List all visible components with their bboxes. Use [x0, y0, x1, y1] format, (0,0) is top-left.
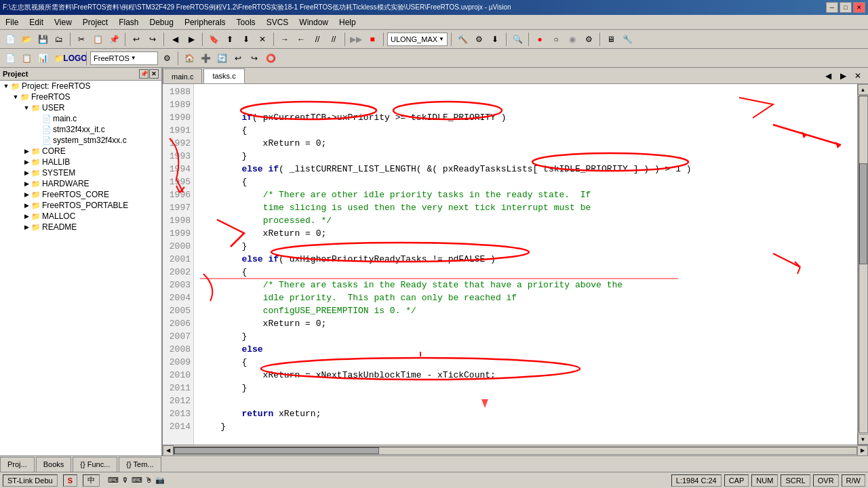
tree-item-freertos-core[interactable]: ▶ 📁 FreeRTOS_CORE — [0, 189, 161, 200]
t2-icon1[interactable]: 📄 — [3, 51, 18, 66]
uncomment-icon[interactable]: // — [326, 32, 341, 47]
menu-flash[interactable]: Flash — [113, 15, 144, 29]
menu-file[interactable]: File — [0, 15, 24, 29]
toggle-system-icon: ▶ — [22, 168, 31, 178]
window-controls: ─ □ ✕ — [826, 2, 865, 13]
t2-icon2[interactable]: 📋 — [19, 51, 34, 66]
minimize-button[interactable]: ─ — [826, 2, 838, 13]
t2-icon7[interactable]: 🏠 — [182, 51, 197, 66]
search-icon[interactable]: 🔍 — [510, 32, 525, 47]
menu-help[interactable]: Help — [334, 15, 361, 29]
menu-debug[interactable]: Debug — [144, 15, 179, 29]
open-icon[interactable]: 📂 — [19, 32, 34, 47]
menu-svcs[interactable]: SVCS — [261, 15, 294, 29]
paste-icon[interactable]: 📌 — [106, 32, 121, 47]
sep6 — [344, 33, 345, 46]
toggle-freertos-core-icon: ▶ — [22, 190, 31, 199]
project-dropdown[interactable]: FreeRTOS ▼ — [90, 52, 158, 65]
tree-item-freertos-portable[interactable]: ▶ 📁 FreeRTOS_PORTABLE — [0, 200, 161, 211]
vscroll-thumb[interactable] — [859, 163, 867, 264]
unindent-icon[interactable]: ← — [294, 32, 309, 47]
hscroll-right-button[interactable]: ▶ — [857, 445, 868, 456]
t2-icon11[interactable]: ↪ — [247, 51, 262, 66]
t2-icon9[interactable]: 🔄 — [214, 51, 229, 66]
rebuild-icon[interactable]: ⚙ — [471, 32, 486, 47]
bottom-tab-books[interactable]: Books — [36, 457, 72, 472]
tab-close-icon[interactable]: ✕ — [850, 68, 865, 83]
vertical-scrollbar[interactable]: ▲ ▼ — [857, 84, 868, 445]
tree-item-user[interactable]: ▼ 📁 USER — [0, 102, 161, 113]
debug-stop-icon[interactable]: ◉ — [565, 32, 580, 47]
prev-bookmark-icon[interactable]: ⬆ — [222, 32, 237, 47]
save-all-icon[interactable]: 🗂 — [52, 32, 66, 47]
t2-icon12[interactable]: ⭕ — [263, 51, 278, 66]
horizontal-scrollbar[interactable]: ◀ ▶ — [163, 445, 868, 455]
t2-icon5[interactable]: LOGO — [68, 51, 83, 66]
vscroll-down-button[interactable]: ▼ — [858, 434, 869, 445]
hscroll-left-button[interactable]: ◀ — [163, 445, 174, 456]
new-file-icon[interactable]: 📄 — [3, 32, 18, 47]
vscroll-up-button[interactable]: ▲ — [858, 84, 869, 95]
tree-item-project[interactable]: ▼ 📁 Project: FreeRTOS — [0, 81, 161, 92]
menu-peripherals[interactable]: Peripherals — [179, 15, 231, 29]
debug-settings-icon[interactable]: ⚙ — [581, 32, 596, 47]
panel-title: Project — [3, 70, 28, 78]
menu-window[interactable]: Window — [294, 15, 334, 29]
menu-tools[interactable]: Tools — [231, 15, 261, 29]
debug-run-icon[interactable]: ○ — [549, 32, 564, 47]
forward-icon[interactable]: ▶ — [184, 32, 199, 47]
bottom-tab-tem[interactable]: {} Tem... — [119, 457, 161, 472]
code-content[interactable]: if( pxCurrentTCB->uxPriority >= tskIDLE_… — [194, 84, 857, 445]
hscroll-thumb[interactable] — [174, 447, 379, 454]
tree-item-stm32-it[interactable]: 📄 stm32f4xx_it.c — [0, 124, 161, 135]
hscroll-track[interactable] — [174, 447, 857, 455]
tab-scroll-right-icon[interactable]: ▶ — [835, 68, 850, 83]
comment-icon[interactable]: // — [310, 32, 325, 47]
tree-item-system-folder[interactable]: ▶ 📁 SYSTEM — [0, 167, 161, 178]
clear-bookmarks-icon[interactable]: ✕ — [255, 32, 270, 47]
build-target-icon[interactable]: 🔨 — [455, 32, 470, 47]
panel-close-button[interactable]: ✕ — [149, 69, 159, 79]
redo-icon[interactable]: ↪ — [145, 32, 160, 47]
tree-item-core[interactable]: ▶ 📁 CORE — [0, 146, 161, 157]
close-button[interactable]: ✕ — [853, 2, 865, 13]
back-icon[interactable]: ◀ — [167, 32, 182, 47]
cut-icon[interactable]: ✂ — [74, 32, 89, 47]
tree-item-readme[interactable]: ▶ 📁 README — [0, 222, 161, 232]
tree-item-system[interactable]: 📄 system_stm32f4xx.c — [0, 135, 161, 146]
undo-icon[interactable]: ↩ — [129, 32, 144, 47]
maximize-button[interactable]: □ — [840, 2, 852, 13]
tab-scroll-left-icon[interactable]: ◀ — [821, 68, 835, 83]
tree-item-hardware[interactable]: ▶ 📁 HARDWARE — [0, 178, 161, 189]
next-bookmark-icon[interactable]: ⬇ — [239, 32, 254, 47]
tab-tasks-c[interactable]: tasks.c — [203, 68, 244, 83]
display-icon[interactable]: 🖥 — [604, 32, 618, 47]
tab-main-c[interactable]: main.c — [163, 68, 202, 83]
bottom-tab-proj[interactable]: Proj... — [0, 457, 35, 472]
tree-item-main-c[interactable]: 📄 main.c — [0, 113, 161, 124]
save-icon[interactable]: 💾 — [35, 32, 50, 47]
stop-icon[interactable]: ■ — [365, 32, 380, 47]
bookmark-icon[interactable]: 🔖 — [206, 32, 221, 47]
menu-project[interactable]: Project — [77, 15, 113, 29]
tree-item-hallib[interactable]: ▶ 📁 HALLIB — [0, 157, 161, 167]
panel-pin-button[interactable]: 📌 — [139, 69, 149, 79]
t2-icon3[interactable]: 📊 — [35, 51, 50, 66]
menu-view[interactable]: View — [49, 15, 77, 29]
menu-edit[interactable]: Edit — [24, 15, 49, 29]
tree-item-freertos[interactable]: ▼ 📁 FreeRTOS — [0, 92, 161, 102]
tree-item-malloc[interactable]: ▶ 📁 MALLOC — [0, 211, 161, 222]
rw-text: R/W — [846, 476, 861, 485]
download-icon[interactable]: ⬇ — [488, 32, 502, 47]
build-icon[interactable]: ▶▶ — [349, 32, 363, 47]
indent-icon[interactable]: → — [277, 32, 292, 47]
debug-start-icon[interactable]: ● — [532, 32, 547, 47]
copy-icon[interactable]: 📋 — [90, 32, 105, 47]
t2-icon6[interactable]: ⚙ — [159, 51, 174, 66]
t2-icon10[interactable]: ↩ — [231, 51, 245, 66]
vscroll-track[interactable] — [859, 96, 868, 433]
target-dropdown[interactable]: ULONG_MAX ▼ — [387, 33, 448, 46]
bottom-tab-func[interactable]: {} Func... — [73, 457, 117, 472]
tools-icon[interactable]: 🔧 — [620, 32, 635, 47]
t2-icon8[interactable]: ➕ — [198, 51, 213, 66]
